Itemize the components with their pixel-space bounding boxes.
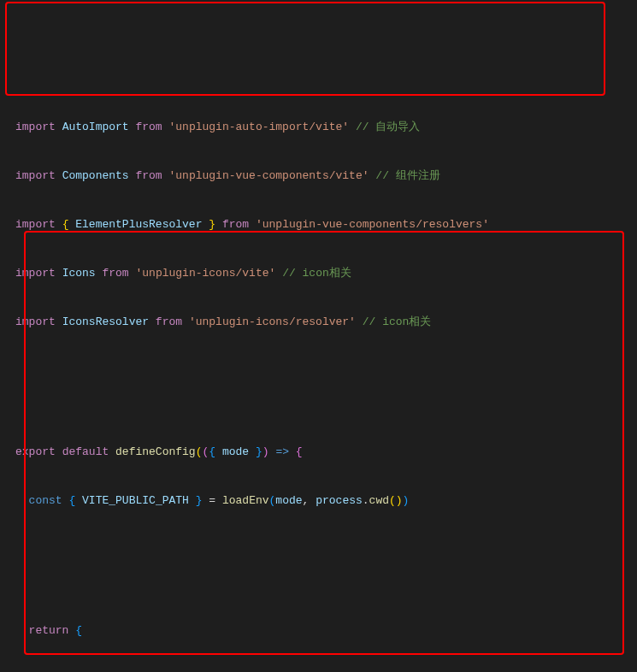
code-line: import { ElementPlusResolver } from 'unp… xyxy=(0,216,637,233)
code-line xyxy=(0,379,637,395)
code-line: import Components from 'unplugin-vue-com… xyxy=(0,168,637,184)
code-line: const { VITE_PUBLIC_PATH } = loadEnv(mod… xyxy=(0,492,637,509)
code-line xyxy=(0,557,637,574)
code-line: import AutoImport from 'unplugin-auto-im… xyxy=(0,119,637,135)
code-line: export default defineConfig(({ mode }) =… xyxy=(0,444,637,460)
code-line: import IconsResolver from 'unplugin-icon… xyxy=(0,314,637,330)
code-line: return { xyxy=(0,622,637,639)
code-editor[interactable]: import AutoImport from 'unplugin-auto-im… xyxy=(0,0,637,672)
highlight-plugins xyxy=(24,231,624,655)
highlight-imports xyxy=(5,2,605,96)
code-line: import Icons from 'unplugin-icons/vite' … xyxy=(0,265,637,281)
